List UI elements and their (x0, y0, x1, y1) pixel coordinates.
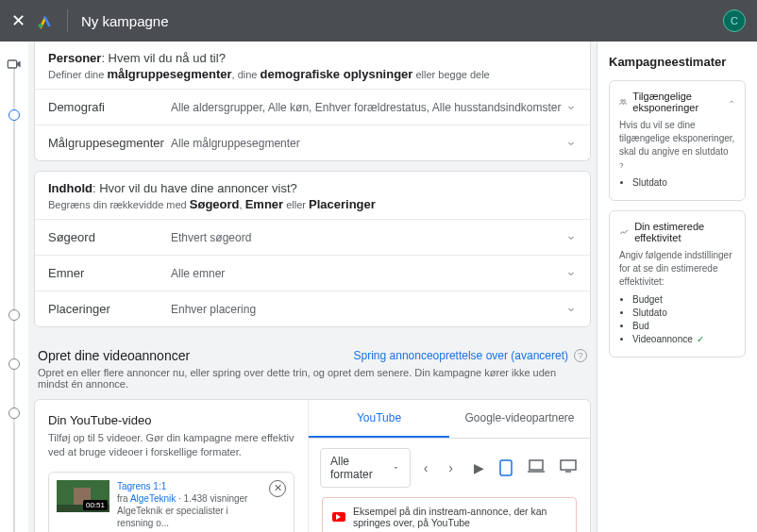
video-channel-link[interactable]: AlgeTeknik (130, 493, 176, 504)
prev-button[interactable]: ‹ (416, 457, 436, 479)
step-rail (0, 42, 28, 532)
remove-video-icon[interactable]: ✕ (269, 480, 286, 497)
youtube-icon (332, 512, 345, 522)
step-next-3[interactable] (8, 407, 20, 419)
svg-rect-8 (561, 460, 576, 470)
play-button[interactable]: ▶ (466, 457, 492, 479)
video-duration: 00:51 (83, 500, 108, 510)
page-title: Ny kampagne (81, 13, 169, 29)
chevron-down-icon (565, 268, 577, 279)
video-thumbnail[interactable]: 00:51 (57, 480, 109, 512)
check-icon: ✓ (697, 334, 704, 344)
svg-point-14 (621, 100, 623, 102)
video-description: AlgeTeknik er specialister i rensning o.… (117, 505, 261, 529)
estimated-performance-box: Din estimerede effektivitet Angiv følgen… (609, 210, 746, 357)
sidebar: Kampagneestimater Tilgængelige eksponeri… (597, 42, 757, 532)
list-item: Budget (632, 294, 735, 305)
row-malgruppesegmenter[interactable]: Målgruppesegmenter Alle målgruppesegment… (35, 125, 590, 160)
create-ads-subtitle: Opret en eller flere annoncer nu, eller … (34, 367, 591, 399)
next-button[interactable]: › (441, 457, 461, 479)
youtube-video-sub: Tilføj op til 5 videoer. Gør din kampagn… (48, 431, 294, 460)
svg-rect-1 (8, 60, 16, 68)
format-dropdown[interactable]: Alle formater (320, 448, 411, 488)
caret-down-icon (392, 463, 400, 473)
google-ads-logo (37, 12, 54, 29)
sidebar-title: Kampagneestimater (609, 55, 746, 69)
chevron-down-icon (565, 138, 577, 149)
device-laptop-icon[interactable] (526, 457, 547, 478)
create-ads-title: Opret dine videoannoncer (38, 348, 190, 363)
list-item: Slutdato (632, 177, 735, 188)
chevron-up-icon[interactable] (728, 96, 735, 108)
help-icon[interactable]: ? (574, 349, 587, 362)
list-item: Slutdato (632, 308, 735, 318)
row-placeringer[interactable]: Placeringer Enhver placering (35, 291, 590, 326)
device-mobile-icon[interactable] (497, 457, 514, 478)
app-header: ✕ Ny kampagne C (0, 0, 757, 42)
tab-youtube[interactable]: YouTube (309, 400, 449, 438)
video-title[interactable]: Tagrens 1:1 (117, 480, 261, 492)
help-icon[interactable]: ? (619, 160, 630, 171)
video-icon (7, 57, 22, 72)
device-tv-icon[interactable] (558, 457, 579, 478)
content-section-header: Indhold: Hvor vil du have dine annoncer … (35, 172, 590, 219)
chart-icon (619, 226, 629, 238)
list-item: Videoannonce✓ (632, 334, 735, 344)
close-icon[interactable]: ✕ (11, 10, 25, 31)
row-sogeord[interactable]: Søgeord Ethvert søgeord (35, 219, 590, 255)
avatar[interactable]: C (723, 9, 746, 32)
chevron-down-icon (565, 102, 577, 113)
tab-google-video-partners[interactable]: Google-videopartnere (449, 400, 590, 438)
youtube-video-heading: Din YouTube-video (48, 413, 294, 427)
step-current[interactable] (8, 109, 20, 121)
people-section-header: Personer: Hvem vil du nå ud til? Definer… (35, 42, 590, 89)
header-divider (67, 9, 68, 32)
step-next-1[interactable] (8, 309, 20, 321)
row-emner[interactable]: Emner Alle emner (35, 255, 590, 291)
skip-ad-creation-link[interactable]: Spring annonceoprettelse over (avanceret… (354, 349, 568, 362)
svg-point-15 (624, 100, 626, 102)
svg-rect-5 (500, 460, 512, 475)
people-icon (619, 96, 627, 108)
preview-banner: Eksempel på din instream-annonce, der ka… (322, 497, 577, 532)
main-content: Personer: Hvem vil du nå ud til? Definer… (28, 42, 597, 532)
available-impressions-box: Tilgængelige eksponeringer Hvis du vil s… (609, 80, 746, 201)
svg-point-0 (39, 24, 43, 28)
video-item: 00:51 Tagrens 1:1 fra AlgeTeknik · 1.438… (48, 472, 294, 532)
list-item: Bud (632, 321, 735, 331)
svg-rect-6 (530, 460, 543, 470)
row-demografi[interactable]: Demografi Alle aldersgrupper, Alle køn, … (35, 89, 590, 125)
step-next-2[interactable] (8, 358, 20, 370)
chevron-down-icon (565, 304, 577, 315)
chevron-down-icon (565, 232, 577, 243)
